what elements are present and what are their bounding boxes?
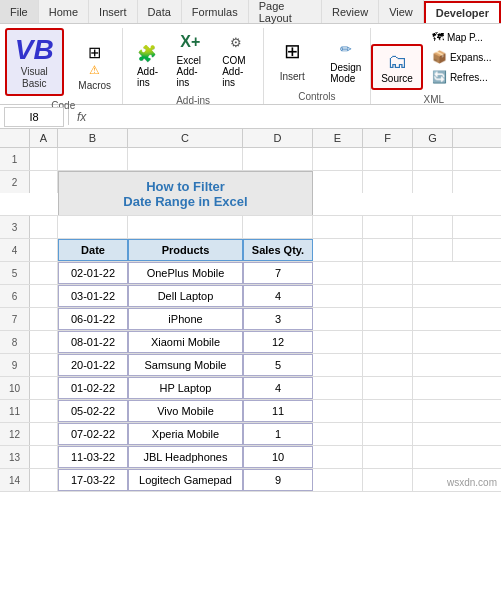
cell-product-10[interactable]: Logitech Gamepad <box>128 469 243 491</box>
com-add-ins-button[interactable]: ⚙ COMAdd-ins <box>215 28 257 91</box>
cell-date-8[interactable]: 07-02-22 <box>58 423 128 445</box>
tab-developer[interactable]: Developer <box>424 1 501 23</box>
cell-product-5[interactable]: Samsung Mobile <box>128 354 243 376</box>
cell-title-1[interactable]: How to Filter Date Range in Excel <box>58 171 313 215</box>
excel-add-ins-button[interactable]: X+ ExcelAdd-ins <box>169 28 211 91</box>
tab-data[interactable]: Data <box>138 0 182 23</box>
cell-e9[interactable] <box>313 331 363 353</box>
cell-a14[interactable] <box>30 446 58 468</box>
cell-date-5[interactable]: 20-01-22 <box>58 354 128 376</box>
cell-header-date[interactable]: Date <box>58 239 128 261</box>
cell-product-9[interactable]: JBL Headphones <box>128 446 243 468</box>
cell-g2[interactable] <box>413 171 453 193</box>
cell-f14[interactable] <box>363 446 413 468</box>
cell-e10[interactable] <box>313 354 363 376</box>
cell-product-4[interactable]: Xiaomi Mobile <box>128 331 243 353</box>
cell-qty-5[interactable]: 5 <box>243 354 313 376</box>
cell-c1[interactable] <box>128 148 243 170</box>
cell-a15[interactable] <box>30 469 58 491</box>
cell-qty-2[interactable]: 4 <box>243 285 313 307</box>
cell-a8[interactable] <box>30 308 58 330</box>
cell-f10[interactable] <box>363 354 413 376</box>
cell-product-1[interactable]: OnePlus Mobile <box>128 262 243 284</box>
visual-basic-button[interactable]: VB VisualBasic <box>5 28 64 96</box>
cell-qty-9[interactable]: 10 <box>243 446 313 468</box>
source-button[interactable]: 🗂 Source <box>371 44 423 90</box>
cell-f15[interactable] <box>363 469 413 491</box>
cell-f2[interactable] <box>363 171 413 193</box>
cell-a7[interactable] <box>30 285 58 307</box>
cell-g1[interactable] <box>413 148 453 170</box>
cell-e15[interactable] <box>313 469 363 491</box>
macros-button[interactable]: ⊞ ⚠ Macros <box>68 37 122 96</box>
cell-a6[interactable] <box>30 262 58 284</box>
cell-e7[interactable] <box>313 285 363 307</box>
cell-a9[interactable] <box>30 331 58 353</box>
cell-f4[interactable] <box>363 216 413 238</box>
tab-file[interactable]: File <box>0 0 39 23</box>
cell-f13[interactable] <box>363 423 413 445</box>
cell-product-3[interactable]: iPhone <box>128 308 243 330</box>
cell-qty-3[interactable]: 3 <box>243 308 313 330</box>
cell-f6[interactable] <box>363 262 413 284</box>
cell-e14[interactable] <box>313 446 363 468</box>
cell-qty-10[interactable]: 9 <box>243 469 313 491</box>
cell-d1[interactable] <box>243 148 313 170</box>
cell-g5[interactable] <box>413 239 453 261</box>
cell-date-7[interactable]: 05-02-22 <box>58 400 128 422</box>
cell-e13[interactable] <box>313 423 363 445</box>
cell-date-4[interactable]: 08-01-22 <box>58 331 128 353</box>
cell-date-9[interactable]: 11-03-22 <box>58 446 128 468</box>
design-mode-button[interactable]: ✏ DesignMode <box>323 35 368 87</box>
cell-product-2[interactable]: Dell Laptop <box>128 285 243 307</box>
cell-b4[interactable] <box>58 216 128 238</box>
tab-insert[interactable]: Insert <box>89 0 138 23</box>
cell-e12[interactable] <box>313 400 363 422</box>
cell-f8[interactable] <box>363 308 413 330</box>
cell-d4[interactable] <box>243 216 313 238</box>
cell-g4[interactable] <box>413 216 453 238</box>
cell-qty-8[interactable]: 1 <box>243 423 313 445</box>
cell-reference-input[interactable] <box>4 107 64 127</box>
cell-e11[interactable] <box>313 377 363 399</box>
cell-a13[interactable] <box>30 423 58 445</box>
cell-date-10[interactable]: 17-03-22 <box>58 469 128 491</box>
cell-f5[interactable] <box>363 239 413 261</box>
cell-e6[interactable] <box>313 262 363 284</box>
cell-date-3[interactable]: 06-01-22 <box>58 308 128 330</box>
expansion-packs-button[interactable]: 📦 Expans... <box>427 48 497 66</box>
cell-qty-6[interactable]: 4 <box>243 377 313 399</box>
cell-a11[interactable] <box>30 377 58 399</box>
cell-f12[interactable] <box>363 400 413 422</box>
cell-e4[interactable] <box>313 216 363 238</box>
map-properties-button[interactable]: 🗺 Map P... <box>427 28 497 46</box>
add-ins-button[interactable]: 🧩 Add-ins <box>129 39 165 91</box>
cell-a4[interactable] <box>30 216 58 238</box>
cell-a5[interactable] <box>30 239 58 261</box>
cell-date-2[interactable]: 03-01-22 <box>58 285 128 307</box>
cell-qty-4[interactable]: 12 <box>243 331 313 353</box>
tab-page-layout[interactable]: Page Layout <box>249 0 322 23</box>
cell-e5[interactable] <box>313 239 363 261</box>
cell-f11[interactable] <box>363 377 413 399</box>
cell-a1[interactable] <box>30 148 58 170</box>
cell-header-sales-qty[interactable]: Sales Qty. <box>243 239 313 261</box>
cell-e8[interactable] <box>313 308 363 330</box>
tab-formulas[interactable]: Formulas <box>182 0 249 23</box>
refresh-data-button[interactable]: 🔄 Refres... <box>427 68 497 86</box>
cell-product-7[interactable]: Vivo Mobile <box>128 400 243 422</box>
cell-c4[interactable] <box>128 216 243 238</box>
cell-qty-1[interactable]: 7 <box>243 262 313 284</box>
cell-a12[interactable] <box>30 400 58 422</box>
cell-header-products[interactable]: Products <box>128 239 243 261</box>
cell-f9[interactable] <box>363 331 413 353</box>
cell-product-8[interactable]: Xperia Mobile <box>128 423 243 445</box>
cell-f7[interactable] <box>363 285 413 307</box>
tab-view[interactable]: View <box>379 0 424 23</box>
cell-b1[interactable] <box>58 148 128 170</box>
cell-a2[interactable] <box>30 171 58 193</box>
tab-home[interactable]: Home <box>39 0 89 23</box>
insert-control-button[interactable]: ⊞ Insert <box>265 28 319 87</box>
formula-input[interactable] <box>94 107 497 127</box>
cell-date-1[interactable]: 02-01-22 <box>58 262 128 284</box>
